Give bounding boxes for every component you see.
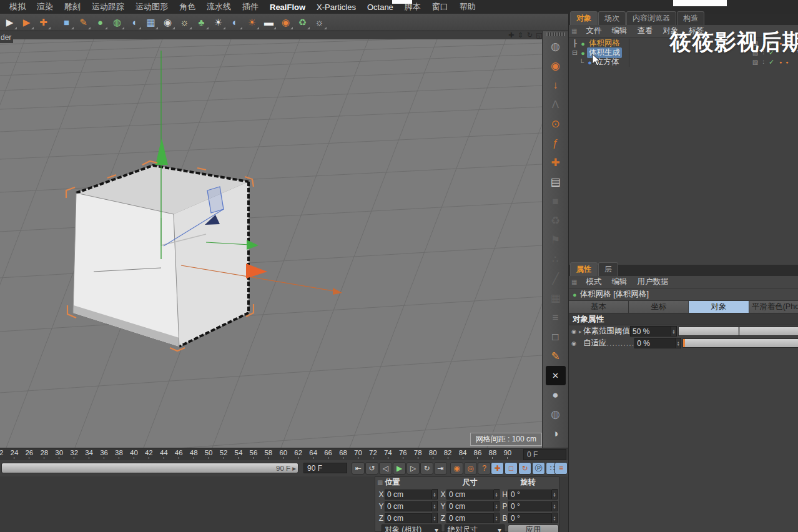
material-sphere-icon[interactable]: ● [546, 385, 566, 405]
stepper[interactable]: ▲▼ [494, 513, 500, 523]
camera-eye-icon[interactable]: ⊙ [546, 114, 566, 134]
wireframe-sphere-icon[interactable]: ◍ [546, 37, 566, 56]
export-down-icon[interactable]: ↓ [546, 76, 566, 95]
animate-dot-icon[interactable]: ◉ [569, 340, 579, 347]
end-frame-field[interactable]: 90 F [303, 463, 347, 473]
attribute-page-tab[interactable]: 坐标 [629, 301, 689, 313]
spline-pen-icon[interactable]: ✎ [76, 15, 91, 30]
apply-button[interactable]: 应用 [508, 525, 559, 532]
timeline-ruler[interactable]: 2224262830323436384042444648505254565860… [0, 448, 568, 461]
sphere-arrows-icon[interactable]: ✚ [546, 153, 566, 172]
toolbar-grip[interactable] [546, 32, 565, 36]
size-mode-dropdown[interactable]: 绝对尺寸▾ [445, 525, 505, 532]
line-dim-icon[interactable]: ╱ [546, 269, 566, 288]
floor-icon[interactable]: ▦ [143, 15, 159, 30]
menu-item[interactable]: 雕刻 [59, 0, 86, 14]
takes-icon[interactable]: ▤ [546, 172, 566, 192]
preview-range-slider[interactable]: 90 F ▸ [1, 463, 298, 473]
panel-tab[interactable]: 属性 [570, 262, 598, 276]
attribute-page-tab[interactable]: 对象 [689, 301, 749, 313]
play-forward-button[interactable]: ↻ [420, 462, 433, 475]
stepper[interactable]: ▲▼ [552, 501, 558, 511]
xparticles-icon[interactable]: ♣ [194, 15, 209, 30]
viewport[interactable]: 网格间距 : 100 cm [0, 39, 542, 448]
flag-dim-icon[interactable]: ⚑ [546, 230, 566, 250]
menu-item[interactable]: 模拟 [4, 0, 31, 14]
light-alt-icon[interactable]: ☼ [312, 15, 327, 30]
menu-item[interactable]: RealFlow [264, 1, 311, 13]
stepper[interactable]: ▲▼ [671, 326, 677, 337]
attr-menu-item[interactable]: 编辑 [606, 276, 632, 288]
stepper[interactable]: ▲▼ [494, 489, 500, 500]
record-scale-button[interactable]: □ [505, 462, 518, 475]
fcurve-icon[interactable]: ƒ [546, 134, 566, 153]
record-rotation-button[interactable]: ↻ [518, 462, 531, 475]
menu-item[interactable]: 插件 [237, 0, 264, 14]
keyframe-bar-button[interactable]: ≡ [554, 462, 568, 475]
octane-icon[interactable]: ◐ [227, 15, 243, 30]
octane-recycle-icon[interactable]: ♻ [295, 15, 310, 30]
render-settings-icon[interactable]: ✚ [36, 15, 51, 30]
stepper[interactable]: ▲▼ [552, 513, 558, 523]
camera-icon[interactable]: ◉ [160, 15, 175, 30]
coordinate-field[interactable]: 0 ° [508, 513, 552, 523]
octane-sun-icon[interactable]: ☀ [244, 15, 260, 30]
attribute-page-tab[interactable]: 基本 [569, 301, 629, 313]
play-backward-button[interactable]: ↺ [365, 462, 378, 475]
render-picture-viewer-icon[interactable]: ▶ [19, 15, 34, 30]
subdivision-icon[interactable]: ◉ [546, 56, 566, 76]
visibility-dots-icon[interactable]: ∶ [759, 59, 767, 66]
rotate-icon[interactable]: ↻ [526, 31, 534, 39]
material-half-icon[interactable]: ◑ [546, 424, 566, 443]
stepper[interactable]: ▲▼ [432, 489, 438, 500]
panel-tab[interactable]: 内容浏览器 [626, 11, 676, 25]
coordinate-mode-dropdown[interactable]: 对象 (相对)▾ [382, 525, 441, 532]
stepper[interactable]: ▲▼ [552, 489, 558, 500]
coordinate-field[interactable]: 0 cm [446, 513, 494, 523]
attr-menu-item[interactable]: 用户数据 [632, 276, 673, 288]
enabled-check-icon[interactable]: ✓ [767, 58, 776, 66]
shuffle-icon[interactable]: × [546, 366, 566, 385]
goto-end-button[interactable]: ⇥ [434, 462, 447, 475]
om-menu-item[interactable]: 文件 [581, 25, 606, 37]
play-button[interactable]: ▶ [393, 462, 406, 475]
menu-grip-icon[interactable]: ▦ [375, 479, 385, 486]
cubes-dim-icon[interactable]: ▦ [546, 288, 566, 308]
menu-grip-icon[interactable]: ▦ [569, 27, 579, 34]
coordinate-field[interactable]: 0 cm [446, 501, 494, 511]
menu-item[interactable]: X-Particles [311, 1, 362, 13]
bars-icon[interactable]: ≡ [546, 308, 566, 327]
menu-item[interactable]: 渲染 [31, 0, 59, 14]
attribute-slider[interactable] [678, 327, 798, 336]
panel-tab[interactable]: 层 [598, 262, 618, 276]
menu-item[interactable]: 窗口 [426, 0, 454, 14]
autokey-button[interactable]: ◎ [464, 462, 477, 475]
figure-icon[interactable]: Λ [546, 95, 566, 114]
stepper[interactable]: ▲▼ [432, 501, 438, 511]
attr-menu-item[interactable]: 模式 [581, 276, 606, 288]
slider-handle[interactable] [738, 327, 740, 335]
cube-dim-icon[interactable]: ■ [546, 192, 566, 211]
pan-icon[interactable]: ✚ [507, 31, 515, 39]
viewport-canvas[interactable] [0, 39, 542, 448]
animate-dot-icon[interactable]: ◉ [569, 328, 579, 335]
layer-toggle-icon[interactable]: ▨ [751, 59, 759, 66]
cube-primitive-icon[interactable]: ■ [59, 15, 74, 30]
coordinate-field[interactable]: 0 ° [508, 501, 552, 511]
om-menu-item[interactable]: 编辑 [606, 25, 632, 37]
step-back-button[interactable]: ◁ [379, 462, 392, 475]
octane-arealight-icon[interactable]: ▬ [261, 15, 277, 30]
menu-item[interactable]: 运动图形 [130, 0, 174, 14]
cube-outline-icon[interactable]: □ [546, 327, 566, 347]
om-menu-item[interactable]: 查看 [632, 25, 658, 37]
zoom-icon[interactable]: ⇕ [516, 31, 525, 39]
current-frame-field[interactable]: 0 F [523, 449, 566, 460]
attribute-slider[interactable] [682, 338, 798, 348]
coordinate-field[interactable]: 0 cm [385, 501, 432, 511]
turbulence-icon[interactable]: ☀ [210, 15, 226, 30]
stepper[interactable]: ▲▼ [494, 501, 500, 511]
panel-tab[interactable]: 构造 [677, 11, 704, 25]
record-keyframe-button[interactable]: ◉ [450, 462, 463, 475]
panel-tab[interactable]: 场次 [598, 11, 626, 25]
expand-icon[interactable]: ▸ [579, 328, 583, 335]
